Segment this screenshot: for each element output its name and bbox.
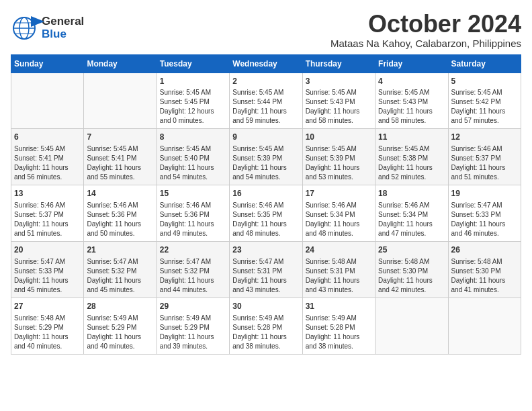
calendar-cell: 21Sunrise: 5:47 AM Sunset: 5:32 PM Dayli…	[84, 241, 157, 298]
day-info: Sunrise: 5:48 AM Sunset: 5:30 PM Dayligh…	[451, 257, 518, 295]
calendar-cell: 24Sunrise: 5:48 AM Sunset: 5:31 PM Dayli…	[302, 241, 375, 298]
day-info: Sunrise: 5:45 AM Sunset: 5:41 PM Dayligh…	[87, 144, 153, 182]
day-info: Sunrise: 5:45 AM Sunset: 5:39 PM Dayligh…	[232, 144, 299, 182]
day-number: 6	[14, 132, 81, 143]
week-row-1: 1Sunrise: 5:45 AM Sunset: 5:45 PM Daylig…	[11, 73, 521, 129]
day-info: Sunrise: 5:49 AM Sunset: 5:29 PM Dayligh…	[160, 314, 226, 351]
logo-text-blue: Blue	[42, 28, 84, 41]
day-info: Sunrise: 5:49 AM Sunset: 5:28 PM Dayligh…	[306, 314, 372, 351]
day-number: 9	[232, 132, 299, 143]
day-header-tuesday: Tuesday	[157, 54, 229, 73]
calendar-cell: 31Sunrise: 5:49 AM Sunset: 5:28 PM Dayli…	[302, 298, 375, 354]
day-info: Sunrise: 5:47 AM Sunset: 5:33 PM Dayligh…	[14, 257, 81, 295]
day-info: Sunrise: 5:46 AM Sunset: 5:34 PM Dayligh…	[378, 201, 445, 238]
day-number: 10	[306, 132, 372, 143]
day-info: Sunrise: 5:45 AM Sunset: 5:40 PM Dayligh…	[160, 144, 226, 182]
day-number: 15	[160, 188, 226, 199]
day-number: 29	[160, 301, 226, 312]
calendar-cell: 18Sunrise: 5:46 AM Sunset: 5:34 PM Dayli…	[375, 185, 448, 242]
calendar-cell: 9Sunrise: 5:45 AM Sunset: 5:39 PM Daylig…	[230, 129, 302, 185]
calendar-cell: 22Sunrise: 5:47 AM Sunset: 5:32 PM Dayli…	[157, 241, 229, 298]
day-number: 20	[14, 244, 81, 256]
day-info: Sunrise: 5:47 AM Sunset: 5:32 PM Dayligh…	[87, 257, 153, 295]
calendar-cell	[375, 298, 448, 354]
day-number: 1	[160, 76, 226, 87]
day-info: Sunrise: 5:46 AM Sunset: 5:37 PM Dayligh…	[14, 201, 81, 238]
calendar-cell: 27Sunrise: 5:48 AM Sunset: 5:29 PM Dayli…	[11, 298, 84, 354]
day-number: 31	[306, 301, 372, 312]
calendar-cell: 29Sunrise: 5:49 AM Sunset: 5:29 PM Dayli…	[157, 298, 229, 354]
week-row-2: 6Sunrise: 5:45 AM Sunset: 5:41 PM Daylig…	[11, 129, 521, 185]
calendar-cell: 11Sunrise: 5:45 AM Sunset: 5:38 PM Dayli…	[375, 129, 448, 185]
day-info: Sunrise: 5:45 AM Sunset: 5:41 PM Dayligh…	[14, 144, 81, 182]
svg-marker-5	[31, 16, 44, 27]
calendar-cell: 30Sunrise: 5:49 AM Sunset: 5:28 PM Dayli…	[230, 298, 302, 354]
day-info: Sunrise: 5:45 AM Sunset: 5:38 PM Dayligh…	[378, 144, 445, 182]
day-number: 14	[87, 188, 153, 199]
day-number: 23	[232, 244, 299, 256]
day-number: 18	[378, 188, 445, 199]
day-header-sunday: Sunday	[11, 54, 84, 73]
calendar-cell: 2Sunrise: 5:45 AM Sunset: 5:44 PM Daylig…	[230, 73, 302, 129]
day-info: Sunrise: 5:47 AM Sunset: 5:33 PM Dayligh…	[451, 201, 518, 238]
calendar-table: SundayMondayTuesdayWednesdayThursdayFrid…	[11, 54, 521, 355]
calendar-body: 1Sunrise: 5:45 AM Sunset: 5:45 PM Daylig…	[11, 73, 521, 354]
day-info: Sunrise: 5:45 AM Sunset: 5:44 PM Dayligh…	[232, 88, 299, 126]
calendar-cell: 14Sunrise: 5:46 AM Sunset: 5:36 PM Dayli…	[84, 185, 157, 242]
day-number: 11	[378, 132, 445, 143]
day-number: 16	[232, 188, 299, 199]
logo-text-general: General	[42, 15, 84, 28]
calendar-cell: 7Sunrise: 5:45 AM Sunset: 5:41 PM Daylig…	[84, 129, 157, 185]
calendar-cell: 8Sunrise: 5:45 AM Sunset: 5:40 PM Daylig…	[157, 129, 229, 185]
calendar-cell: 16Sunrise: 5:46 AM Sunset: 5:35 PM Dayli…	[230, 185, 302, 242]
calendar-cell: 26Sunrise: 5:48 AM Sunset: 5:30 PM Dayli…	[448, 241, 521, 298]
logo: General Blue	[11, 11, 84, 43]
calendar-cell: 19Sunrise: 5:47 AM Sunset: 5:33 PM Dayli…	[448, 185, 521, 242]
calendar-cell: 5Sunrise: 5:45 AM Sunset: 5:42 PM Daylig…	[448, 73, 521, 129]
calendar-cell: 20Sunrise: 5:47 AM Sunset: 5:33 PM Dayli…	[11, 241, 84, 298]
day-info: Sunrise: 5:47 AM Sunset: 5:32 PM Dayligh…	[160, 257, 226, 295]
calendar-cell: 17Sunrise: 5:46 AM Sunset: 5:34 PM Dayli…	[302, 185, 375, 242]
day-number: 8	[160, 132, 226, 143]
day-info: Sunrise: 5:45 AM Sunset: 5:43 PM Dayligh…	[306, 88, 372, 126]
day-info: Sunrise: 5:48 AM Sunset: 5:30 PM Dayligh…	[378, 257, 445, 295]
day-number: 28	[87, 301, 153, 312]
day-info: Sunrise: 5:46 AM Sunset: 5:37 PM Dayligh…	[451, 144, 518, 182]
day-info: Sunrise: 5:49 AM Sunset: 5:29 PM Dayligh…	[87, 314, 153, 351]
calendar-cell: 15Sunrise: 5:46 AM Sunset: 5:36 PM Dayli…	[157, 185, 229, 242]
calendar-cell	[11, 73, 84, 129]
calendar-cell	[448, 298, 521, 354]
day-number: 17	[306, 188, 372, 199]
calendar-cell: 3Sunrise: 5:45 AM Sunset: 5:43 PM Daylig…	[302, 73, 375, 129]
week-row-4: 20Sunrise: 5:47 AM Sunset: 5:33 PM Dayli…	[11, 241, 521, 298]
day-info: Sunrise: 5:46 AM Sunset: 5:36 PM Dayligh…	[160, 201, 226, 238]
day-number: 26	[451, 244, 518, 256]
day-number: 4	[378, 76, 445, 87]
day-number: 5	[451, 76, 518, 87]
day-info: Sunrise: 5:45 AM Sunset: 5:43 PM Dayligh…	[378, 88, 445, 126]
day-number: 7	[87, 132, 153, 143]
day-number: 25	[378, 244, 445, 256]
day-info: Sunrise: 5:48 AM Sunset: 5:29 PM Dayligh…	[14, 314, 81, 351]
calendar-cell: 1Sunrise: 5:45 AM Sunset: 5:45 PM Daylig…	[157, 73, 229, 129]
day-number: 22	[160, 244, 226, 256]
day-info: Sunrise: 5:48 AM Sunset: 5:31 PM Dayligh…	[306, 257, 372, 295]
calendar-cell: 12Sunrise: 5:46 AM Sunset: 5:37 PM Dayli…	[448, 129, 521, 185]
logo-icon	[11, 13, 46, 43]
day-header-saturday: Saturday	[448, 54, 521, 73]
day-info: Sunrise: 5:46 AM Sunset: 5:35 PM Dayligh…	[232, 201, 299, 238]
day-number: 24	[306, 244, 372, 256]
day-number: 2	[232, 76, 299, 87]
day-info: Sunrise: 5:45 AM Sunset: 5:45 PM Dayligh…	[160, 88, 226, 126]
day-number: 3	[306, 76, 372, 87]
calendar-cell	[84, 73, 157, 129]
calendar-cell: 25Sunrise: 5:48 AM Sunset: 5:30 PM Dayli…	[375, 241, 448, 298]
day-number: 21	[87, 244, 153, 256]
calendar-cell: 23Sunrise: 5:47 AM Sunset: 5:31 PM Dayli…	[230, 241, 302, 298]
calendar-cell: 4Sunrise: 5:45 AM Sunset: 5:43 PM Daylig…	[375, 73, 448, 129]
day-info: Sunrise: 5:47 AM Sunset: 5:31 PM Dayligh…	[232, 257, 299, 295]
day-number: 12	[451, 132, 518, 143]
day-info: Sunrise: 5:45 AM Sunset: 5:42 PM Dayligh…	[451, 88, 518, 126]
calendar-cell: 13Sunrise: 5:46 AM Sunset: 5:37 PM Dayli…	[11, 185, 84, 242]
month-title: October 2024	[330, 11, 521, 38]
